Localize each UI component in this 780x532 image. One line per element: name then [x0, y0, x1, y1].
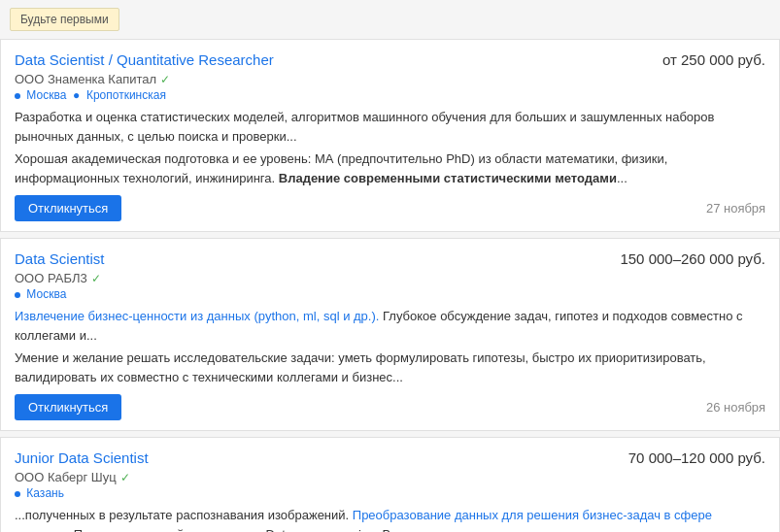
job-desc2-1-text: Хорошая академическая подготовка и ее ур…: [15, 151, 667, 185]
page-container: Будьте первыми Data Scientist / Quantita…: [0, 0, 780, 532]
location-dot-1: [15, 93, 20, 99]
job-desc1-3-text: ...полученных в результате распознавания…: [15, 508, 712, 532]
location-metro-1[interactable]: Кропоткинская: [86, 88, 166, 102]
verified-icon-2: ✓: [91, 272, 101, 285]
job-title-link-2[interactable]: Data Scientist: [15, 250, 105, 267]
be-first-banner: Будьте первыми: [10, 8, 119, 31]
respond-button-2[interactable]: Откликнуться: [15, 394, 121, 420]
job-desc1-2: Извлечение бизнес-ценности из данных (py…: [15, 307, 765, 345]
job-footer-1: Откликнуться 27 ноября: [15, 195, 765, 221]
location-dot-3: [15, 491, 20, 497]
job-title-2: Data Scientist: [15, 250, 105, 267]
job-title-1: Data Scientist / Quantitative Researcher: [15, 51, 274, 68]
company-row-2: ООО РАБЛ3 ✓: [15, 271, 765, 285]
job-desc1-1-text: Разработка и оценка статистических модел…: [15, 110, 714, 144]
job-desc1-3: ...полученных в результате распознавания…: [15, 506, 765, 532]
respond-button-1[interactable]: Откликнуться: [15, 195, 121, 221]
job-title-link-1[interactable]: Data Scientist / Quantitative Researcher: [15, 51, 274, 68]
job-card-3: Junior Data Scientist 70 000–120 000 руб…: [0, 437, 780, 532]
company-row-1: ООО Знаменка Капитал ✓: [15, 72, 765, 86]
location-city-3[interactable]: Казань: [26, 486, 64, 500]
job-date-1: 27 ноября: [706, 201, 765, 216]
verified-icon-1: ✓: [160, 73, 170, 86]
job-desc2-2: Умение и желание решать исследовательски…: [15, 349, 765, 386]
job-desc2-1: Хорошая академическая подготовка и ее ур…: [15, 150, 765, 187]
location-dot-2: [15, 292, 20, 298]
company-name-3: ООО Каберг Шуц: [15, 470, 117, 484]
location-row-1: Москва ● Кропоткинская: [15, 88, 765, 102]
location-row-3: Казань: [15, 486, 765, 500]
job-header-3: Junior Data Scientist 70 000–120 000 руб…: [15, 449, 765, 466]
location-row-2: Москва: [15, 287, 765, 301]
location-city-2[interactable]: Москва: [26, 287, 66, 301]
job-title-3: Junior Data Scientist: [15, 449, 149, 466]
company-name-2: ООО РАБЛ3: [15, 271, 87, 285]
job-footer-2: Откликнуться 26 ноября: [15, 394, 765, 420]
company-name-1: ООО Знаменка Капитал: [15, 72, 156, 86]
job-title-link-3[interactable]: Junior Data Scientist: [15, 449, 149, 466]
job-desc1-1: Разработка и оценка статистических модел…: [15, 108, 765, 146]
job-card-2: Data Scientist 150 000–260 000 руб. ООО …: [0, 238, 780, 431]
job-header-1: Data Scientist / Quantitative Researcher…: [15, 51, 765, 68]
location-city-1[interactable]: Москва: [26, 88, 66, 102]
job-desc2-2-text: Умение и желание решать исследовательски…: [15, 350, 706, 384]
job-salary-3: 70 000–120 000 руб.: [628, 449, 765, 466]
job-salary-1: от 250 000 руб.: [662, 51, 765, 68]
job-header-2: Data Scientist 150 000–260 000 руб.: [15, 250, 765, 267]
job-desc1-2-text: Извлечение бизнес-ценности из данных (py…: [15, 309, 743, 343]
job-card-1: Data Scientist / Quantitative Researcher…: [0, 39, 780, 232]
company-row-3: ООО Каберг Шуц ✓: [15, 470, 765, 484]
job-date-2: 26 ноября: [706, 400, 765, 415]
job-salary-2: 150 000–260 000 руб.: [620, 250, 765, 267]
verified-icon-3: ✓: [120, 471, 130, 484]
